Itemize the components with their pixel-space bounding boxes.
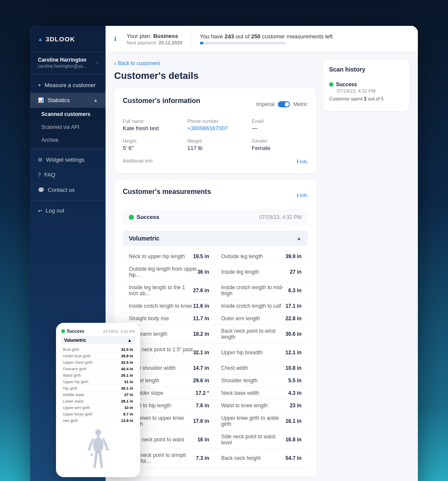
sidebar-item-logout[interactable]: ↩ Log out: [30, 203, 106, 218]
table-row: Side neck point to waist level 16.8 in: [215, 431, 308, 449]
list-item: Waist girth26.1 in: [61, 372, 135, 379]
mobile-preview-header: Success 07/19/23, 4:32 PM: [61, 329, 135, 334]
scan-status: Success: [336, 81, 357, 87]
sidebar-item-label: Widget settings: [46, 156, 84, 163]
meas-used: 243: [224, 33, 234, 40]
info-button[interactable]: ℹ Info: [297, 159, 308, 164]
sidebar-item-label: Measure a customer: [45, 82, 96, 88]
logout-icon: ↩: [38, 208, 42, 214]
list-item: Hip girth35.1 in: [61, 385, 135, 392]
list-item: Under bust girth28.8 in: [61, 353, 135, 359]
sidebar-item-scanned-api[interactable]: Scanned via API: [30, 121, 106, 134]
table-row: Waist to knee length 23 in: [215, 400, 308, 412]
user-profile[interactable]: Caroline Harrington caroline.harrington@…: [30, 51, 106, 74]
scan-timestamp: 07/19/23, 4:32 PM: [329, 88, 403, 94]
question-icon: ?: [38, 172, 41, 178]
progress-bar: [200, 42, 286, 44]
chevron-up-mobile: ▲: [128, 338, 132, 343]
chevron-up-icon: ▲: [296, 235, 302, 241]
svg-point-0: [95, 429, 101, 435]
user-info: Caroline Harrington caroline.harrington@…: [38, 57, 96, 69]
body-figure: [61, 428, 135, 471]
table-row: Back neck height 54.7 in: [215, 449, 308, 468]
user-email: caroline.harrington@ya...: [38, 64, 96, 69]
measurement-success-row: Success 07/19/23, 4:32 PM: [123, 209, 308, 225]
sidebar-sub-item-label: Scanned customers: [41, 111, 90, 117]
mobile-success: Success: [61, 329, 84, 334]
back-link-text: Back to customers: [118, 60, 161, 66]
plan-text: Your plan: Business: [127, 33, 182, 39]
measurements-text: You have 243 out of 250 customer measure…: [200, 33, 333, 40]
payment-label: Next payment:: [127, 40, 157, 45]
mobile-preview: Success 07/19/23, 4:32 PM Volumetric ▲ B…: [56, 323, 140, 477]
table-row: Back neck point to wrist length 30.6 in: [215, 325, 308, 344]
table-row: Inside crotch length to calf 17.1 in: [215, 300, 308, 312]
unit-toggle-group: Imperial Metric: [256, 101, 308, 107]
logo-text: 3DLOOK: [46, 35, 75, 43]
card-title: Customer's information: [123, 97, 200, 105]
table-row: Neck base width 4.3 in: [215, 387, 308, 400]
sidebar-item-archive[interactable]: Archive: [30, 134, 106, 147]
sidebar-item-widget-settings[interactable]: ⚙ Widget settings: [30, 152, 106, 167]
sidebar-item-measure[interactable]: + Measure a customer: [30, 78, 106, 93]
list-item: nee girth13.9 in: [61, 418, 135, 424]
success-label: Success: [137, 214, 159, 220]
svg-rect-11: [90, 454, 93, 456]
meas-suffix: customer measurements left: [262, 33, 333, 40]
list-item: Upper chest girth32.5 in: [61, 359, 135, 366]
sidebar-item-statistics[interactable]: 📊 Statistics ▲: [30, 93, 106, 108]
field-weight: Weight 117 lb: [187, 138, 243, 151]
scan-item-header: Success: [329, 81, 403, 87]
mobile-section-header: Volumetric ▲: [61, 336, 135, 344]
sidebar-item-label: FAQ: [44, 172, 56, 178]
field-height: Height 5' 6": [123, 138, 179, 151]
scan-status-dot: [329, 82, 333, 87]
measurements-card-title: Customer's measurements: [123, 188, 211, 196]
card-header: Customer's information Imperial Metric: [123, 97, 308, 112]
chevron-up-icon: ▲: [93, 98, 98, 103]
divider-2: [30, 200, 106, 200]
list-item: Middle waist27 in: [61, 392, 135, 398]
progress-fill: [200, 42, 203, 44]
back-link[interactable]: Back to customers: [114, 60, 316, 67]
grid-icon: ⚙: [38, 157, 43, 163]
measurements-info: You have 243 out of 250 customer measure…: [200, 33, 333, 44]
table-row: Inside leg length to the 1 inch ab... 27…: [123, 281, 215, 300]
sidebar-item-faq[interactable]: ? FAQ: [30, 167, 106, 182]
statistics-icon: 📊: [38, 97, 44, 103]
volumetric-title: Volumetric: [129, 235, 159, 242]
field-phone: Phone number +380986167007: [187, 119, 243, 131]
field-email: Email —: [252, 119, 308, 131]
sidebar-sub-item-label: Archive: [41, 137, 59, 143]
payment-date: 20.12.2020: [159, 40, 182, 45]
plus-icon: +: [38, 82, 41, 88]
table-row: Upper hip breadth 12.1 in: [215, 344, 308, 362]
volumetric-header[interactable]: Volumetric ▲: [123, 231, 308, 246]
customer-info-card: Customer's information Imperial Metric F…: [114, 88, 316, 173]
sidebar-item-contact-us[interactable]: 💬 Contact us: [30, 182, 106, 197]
sidebar-item-label: Log out: [46, 207, 64, 214]
success-badge: Success: [129, 214, 159, 220]
table-row: Outside leg length 39.9 in: [215, 250, 308, 263]
app-logo: ▲ 3DLOOK: [30, 26, 106, 51]
table-row: Inside crotch length to mid-thigh 6.3 in: [215, 281, 308, 300]
svg-line-5: [95, 453, 96, 467]
sidebar-item-label: Contact us: [48, 187, 75, 193]
table-row: Inside crotch length to knee 11.6 in: [123, 300, 215, 312]
scan-history-title: Scan history: [329, 66, 403, 73]
measurements-grid: Neck to upper hip length 19.5 in Outside…: [123, 250, 308, 468]
meas-total: 250: [251, 33, 261, 40]
table-row: Inside leg length 27 in: [215, 263, 308, 281]
sidebar-item-scanned-customers[interactable]: Scanned customers: [30, 108, 106, 121]
table-row: Neck to upper hip length 19.5 in: [123, 250, 215, 263]
sidebar-sub-item-label: Scanned via API: [41, 124, 79, 130]
chat-icon: 💬: [38, 187, 44, 193]
list-item: Overarm girth40.4 in: [61, 366, 135, 372]
sidebar-sub-nav: Scanned customers Scanned via API Archiv…: [30, 108, 106, 147]
chevron-right-icon: ›: [96, 60, 98, 65]
table-row: Shoulder length 5.5 in: [215, 375, 308, 387]
measurements-info-button[interactable]: ℹ Info: [297, 193, 308, 198]
list-item: Upper bicep girth9.7 in: [61, 411, 135, 418]
unit-toggle[interactable]: [278, 101, 290, 107]
banner-divider: [191, 31, 191, 47]
